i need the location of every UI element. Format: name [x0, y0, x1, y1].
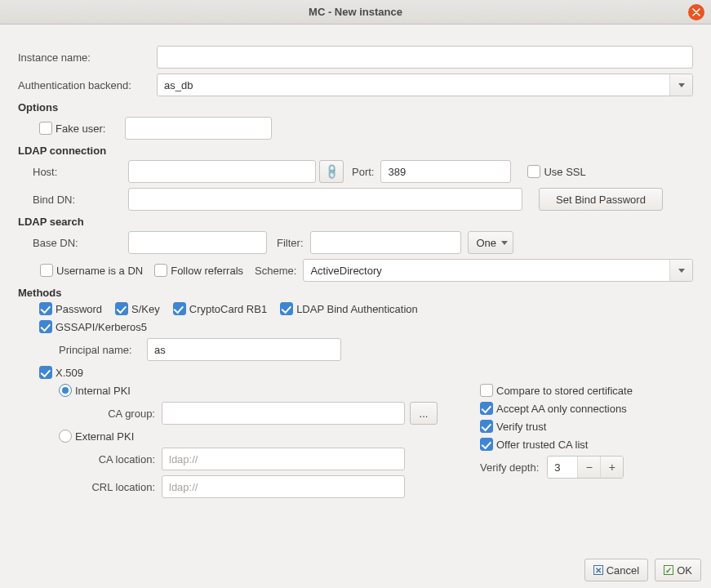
scheme-label: Scheme: — [255, 265, 296, 277]
checkbox-icon — [280, 302, 293, 315]
chevron-down-icon — [669, 74, 692, 96]
bind-dn-label: Bind DN: — [33, 194, 128, 206]
principal-name-label: Principal name: — [59, 344, 147, 356]
link-icon: 🔗 — [322, 163, 340, 180]
crl-location-input — [162, 475, 405, 498]
set-bind-password-button[interactable]: Set Bind Password — [539, 188, 663, 211]
chevron-down-icon — [501, 241, 508, 245]
accept-aa-checkbox[interactable]: Accept AA only connections — [480, 402, 627, 415]
cancel-icon: ✕ — [593, 565, 603, 575]
host-label: Host: — [33, 166, 128, 178]
ldap-connection-heading: LDAP connection — [18, 145, 693, 157]
filter-input[interactable] — [310, 231, 461, 254]
checkbox-icon — [154, 264, 167, 277]
radio-icon — [59, 384, 72, 397]
crl-location-label: CRL location: — [78, 481, 155, 493]
methods-heading: Methods — [18, 287, 693, 299]
verify-depth-stepper[interactable]: − + — [547, 456, 624, 479]
ok-button[interactable]: ✓ OK — [655, 559, 701, 581]
external-pki-radio[interactable]: External PKI — [59, 430, 134, 443]
cancel-button[interactable]: ✕ Cancel — [584, 559, 648, 581]
checkbox-icon — [480, 384, 493, 397]
gssapi-checkbox[interactable]: GSSAPI/Kerberos5 — [39, 320, 147, 333]
scope-select[interactable]: One — [468, 231, 514, 254]
checkbox-icon — [480, 420, 493, 433]
dialog-footer: ✕ Cancel ✓ OK — [0, 552, 711, 588]
ca-group-input[interactable] — [162, 402, 405, 425]
use-ssl-checkbox[interactable]: Use SSL — [527, 165, 585, 178]
auth-backend-label: Authentication backend: — [18, 79, 157, 91]
scheme-select[interactable]: ActiveDirectory — [303, 259, 693, 282]
principal-name-input[interactable] — [147, 338, 341, 361]
ok-icon: ✓ — [664, 565, 673, 575]
scope-value: One — [477, 237, 497, 249]
plus-icon[interactable]: + — [600, 457, 623, 478]
internal-pki-radio[interactable]: Internal PKI — [59, 384, 131, 397]
base-dn-label: Base DN: — [33, 237, 128, 249]
options-heading: Options — [18, 101, 693, 114]
bind-dn-input[interactable] — [128, 188, 522, 211]
ca-location-label: CA location: — [78, 453, 155, 466]
fake-user-input[interactable] — [125, 117, 272, 140]
checkbox-icon — [39, 122, 52, 135]
checkbox-icon — [173, 302, 186, 315]
filter-label: Filter: — [277, 237, 304, 249]
ldap-bind-auth-checkbox[interactable]: LDAP Bind Authentication — [280, 302, 418, 315]
host-input[interactable] — [128, 160, 316, 183]
offer-trusted-checkbox[interactable]: Offer trusted CA list — [480, 438, 588, 451]
auth-backend-select[interactable]: as_db — [157, 74, 693, 96]
instance-name-input[interactable] — [157, 46, 693, 69]
port-label: Port: — [352, 166, 374, 178]
verify-depth-label: Verify depth: — [480, 461, 539, 474]
fake-user-label: Fake user: — [56, 122, 105, 135]
minus-icon[interactable]: − — [577, 457, 600, 478]
instance-name-label: Instance name: — [18, 51, 157, 64]
ca-group-label: CA group: — [78, 408, 155, 420]
use-ssl-label: Use SSL — [544, 166, 585, 178]
checkbox-icon — [39, 366, 52, 379]
skey-checkbox[interactable]: S/Key — [115, 302, 160, 315]
checkbox-icon — [39, 320, 52, 333]
auth-backend-value: as_db — [164, 79, 193, 91]
follow-referrals-checkbox[interactable]: Follow referrals — [154, 264, 243, 277]
radio-icon — [59, 430, 72, 443]
fake-user-checkbox[interactable]: Fake user: — [39, 122, 105, 135]
titlebar: MC - New instance — [0, 0, 711, 24]
follow-referrals-label: Follow referrals — [171, 265, 243, 277]
close-icon[interactable] — [688, 4, 704, 20]
chevron-down-icon — [669, 260, 692, 281]
checkbox-icon — [480, 438, 493, 451]
password-checkbox[interactable]: Password — [39, 302, 102, 315]
cryptocard-checkbox[interactable]: CryptoCard RB1 — [173, 302, 267, 315]
ca-location-input — [162, 448, 405, 470]
compare-stored-checkbox[interactable]: Compare to stored certificate — [480, 384, 633, 397]
port-input[interactable] — [380, 160, 511, 183]
verify-depth-input[interactable] — [548, 457, 577, 478]
verify-trust-checkbox[interactable]: Verify trust — [480, 420, 546, 433]
host-link-button[interactable]: 🔗 — [319, 160, 344, 183]
base-dn-input[interactable] — [128, 231, 267, 254]
ldap-search-heading: LDAP search — [18, 216, 693, 228]
checkbox-icon — [39, 302, 52, 315]
window-title: MC - New instance — [309, 6, 402, 18]
checkbox-icon — [480, 402, 493, 415]
checkbox-icon — [115, 302, 128, 315]
checkbox-icon — [40, 264, 53, 277]
x509-checkbox[interactable]: X.509 — [39, 366, 83, 379]
checkbox-icon — [527, 165, 540, 178]
scheme-value: ActiveDirectory — [310, 265, 381, 277]
ca-group-browse-button[interactable]: ... — [410, 402, 438, 425]
username-is-dn-checkbox[interactable]: Username is a DN — [40, 264, 143, 277]
username-is-dn-label: Username is a DN — [56, 265, 143, 277]
